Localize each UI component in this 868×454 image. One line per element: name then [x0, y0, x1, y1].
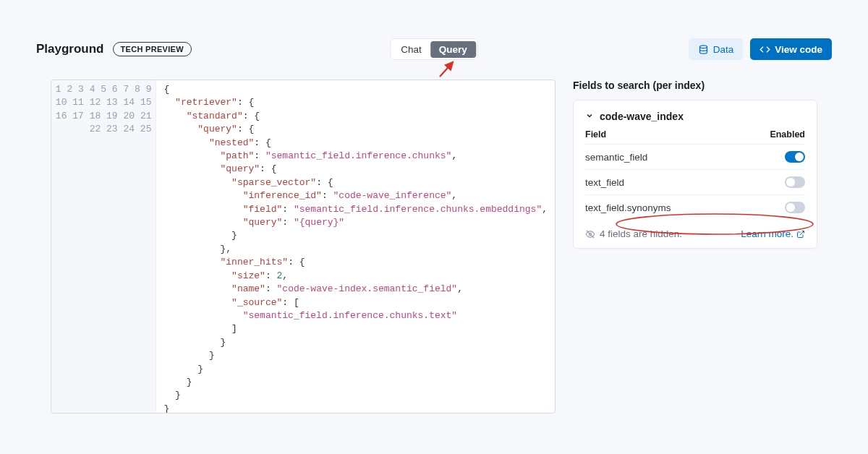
header-actions: Data View code — [689, 38, 832, 60]
learn-more-link[interactable]: Learn more. — [741, 228, 805, 239]
svg-point-0 — [699, 45, 707, 48]
col-enabled: Enabled — [770, 129, 805, 140]
fields-panel-title: Fields to search (per index) — [573, 80, 817, 91]
eye-off-icon — [585, 229, 595, 239]
data-button-label: Data — [713, 44, 734, 55]
data-button[interactable]: Data — [689, 38, 744, 60]
svg-line-3 — [440, 62, 453, 77]
field-label: semantic_field — [585, 152, 647, 163]
editor-gutter: 1 2 3 4 5 6 7 8 9 10 11 12 13 14 15 16 1… — [51, 80, 156, 413]
hidden-fields-text: 4 fields are hidden. — [585, 228, 682, 239]
field-row-text_field.synonyms: text_field.synonyms — [585, 194, 805, 220]
tab-query[interactable]: Query — [430, 41, 476, 58]
external-link-icon — [796, 230, 805, 239]
chevron-down-icon — [585, 111, 594, 122]
tech-preview-badge: TECH PREVIEW — [113, 42, 192, 56]
index-header[interactable]: code-wave_index — [585, 111, 805, 122]
index-name: code-wave_index — [600, 111, 684, 122]
header-bar: Playground TECH PREVIEW Chat Query Data … — [36, 39, 832, 59]
code-icon — [760, 44, 770, 55]
field-label: text_field.synonyms — [585, 202, 671, 213]
learn-more-label: Learn more. — [741, 228, 793, 239]
hidden-fields-label: 4 fields are hidden. — [600, 228, 682, 239]
fields-card: code-wave_index Field Enabled semantic_f… — [573, 100, 817, 249]
fields-panel: Fields to search (per index) code-wave_i… — [573, 80, 817, 432]
field-label: text_field — [585, 177, 624, 188]
title-area: Playground TECH PREVIEW — [36, 42, 192, 56]
mode-segmented: Chat Query — [390, 38, 478, 60]
editor-code[interactable]: { "retriever": { "standard": { "query": … — [156, 80, 555, 413]
field-toggle[interactable] — [785, 151, 805, 163]
hidden-fields-row: 4 fields are hidden. Learn more. — [585, 220, 805, 239]
col-field: Field — [585, 129, 606, 140]
content-row: 1 2 3 4 5 6 7 8 9 10 11 12 13 14 15 16 1… — [51, 80, 817, 432]
tab-chat[interactable]: Chat — [392, 41, 430, 58]
field-toggle[interactable] — [785, 176, 805, 188]
field-row-text_field: text_field — [585, 169, 805, 194]
field-toggle[interactable] — [785, 202, 805, 213]
field-columns: Field Enabled — [585, 129, 805, 144]
field-row-semantic_field: semantic_field — [585, 144, 805, 169]
layers-icon — [698, 44, 709, 55]
page-title: Playground — [36, 42, 104, 56]
annotation-arrow — [438, 59, 460, 78]
query-editor[interactable]: 1 2 3 4 5 6 7 8 9 10 11 12 13 14 15 16 1… — [51, 80, 556, 414]
view-code-label: View code — [775, 44, 822, 55]
view-code-button[interactable]: View code — [750, 38, 832, 60]
